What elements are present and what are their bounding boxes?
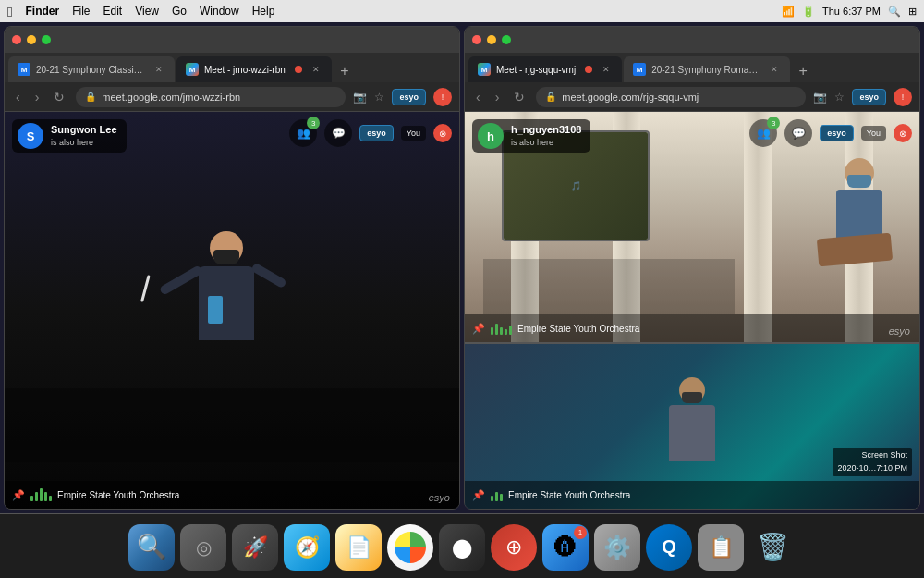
maximize-button-right[interactable] [502,35,511,44]
control-center-icon[interactable]: ⊞ [908,6,917,18]
dock-safari[interactable]: 🧭 [284,524,330,571]
help-menu[interactable]: Help [252,5,275,18]
app-store-icon: 🅐 [554,535,577,560]
battery-icon: 🔋 [802,6,815,18]
right-audio-bar-5 [509,326,512,335]
left-tab-2-close[interactable]: ✕ [310,63,322,76]
drummer-head [845,158,874,188]
notification-dot-left: ! [433,88,452,106]
new-tab-button-left[interactable]: + [334,60,356,82]
window-menu[interactable]: Window [200,5,239,18]
dock-launchpad[interactable]: 🚀 [232,524,278,571]
participants-count-left: 3 [307,117,320,129]
forward-button-right[interactable]: › [492,88,504,106]
right-org-name: Empire State Youth Orchestra [517,324,639,334]
file-menu[interactable]: File [72,5,90,18]
right-audio-bar-2 [495,324,498,335]
refresh-button-right[interactable]: ↻ [510,88,529,106]
dock-obs[interactable]: ⬤ [439,524,485,571]
launchpad-icon: 🚀 [243,535,268,560]
drummer-mask [847,175,871,188]
apple-menu[interactable]:  [7,4,12,19]
dock-siri[interactable]: ◎ [180,524,226,571]
dock-trash[interactable]: 🗑️ [749,524,796,571]
dock-finder[interactable]: 🔍 [128,524,175,571]
right-chat-btn[interactable]: 💬 [784,119,812,147]
bottom-org-name: Empire State Youth Orchestra [508,490,630,500]
trash-icon: 🗑️ [757,532,789,562]
right-tab-2-favicon: M [633,63,646,76]
edit-menu[interactable]: Edit [103,5,123,18]
close-button-right[interactable] [472,35,481,44]
dock-edge[interactable]: Q [646,524,692,571]
left-participants-btn[interactable]: 👥 3 [289,119,317,147]
right-address-bar: ‹ › ↻ 🔒 meet.google.com/rjg-sqqu-vmj 📷 ☆… [465,82,919,112]
left-chat-btn[interactable]: 💬 [324,119,352,147]
safari-icon: 🧭 [295,535,320,560]
left-tab-2[interactable]: M Meet - jmo-wzzi-rbn ✕ [176,56,332,82]
right-hud-user: h h_nguyen3108 is also here [472,119,590,153]
right-audio-bar-1 [491,327,493,335]
close-button[interactable] [12,35,21,44]
right-top-video: 🎵 h h_nguyen3108 is also here [465,112,919,342]
pin-icon-bottom: 📌 [472,489,485,501]
dock-app-store[interactable]: 🅐 1 [542,524,589,571]
chat-icon-right: 💬 [792,127,806,140]
dock-obs2[interactable]: ⊕ [491,524,537,571]
audio-bar-2 [35,492,38,501]
screenshot-line1: Screen Shot [837,449,907,462]
left-hud-controls: 👥 3 💬 esyo You ⊗ [289,119,452,147]
finder-menu[interactable]: Finder [25,5,59,18]
refresh-button-left[interactable]: ↻ [50,88,68,106]
screenshot-label: Screen Shot 2020-10…7:10 PM [833,448,912,476]
left-tab-1-close[interactable]: ✕ [152,63,165,76]
go-menu[interactable]: Go [172,5,187,18]
left-url-box[interactable]: 🔒 meet.google.com/jmo-wzzi-rbn [76,87,346,107]
minimize-button-right[interactable] [487,35,496,44]
left-url-text: meet.google.com/jmo-wzzi-rbn [102,92,240,103]
dock-quicklook[interactable]: 📋 [698,524,744,571]
right-tab-2[interactable]: M 20-21 Symphony Romantic ✕ [624,56,790,82]
audio-bars-bottom [491,488,503,501]
new-tab-button-right[interactable]: + [792,60,814,82]
right-tab-1[interactable]: M Meet - rjg-sqqu-vmj ✕ [468,56,622,82]
forward-button-left[interactable]: › [31,88,43,106]
left-avatar: S [18,123,43,149]
star-icon-left[interactable]: ☆ [374,91,384,104]
star-icon-right[interactable]: ☆ [834,91,845,104]
drummer-figure [836,158,882,254]
dock-notes[interactable]: 📄 [335,524,382,571]
dock-settings[interactable]: ⚙️ [594,524,640,571]
left-tab-1[interactable]: M 20-21 Symphony Classic… ✕ [8,56,175,82]
right-tab-1-close[interactable]: ✕ [600,63,613,76]
audience-bg [5,388,459,462]
ssl-icon-left: 🔒 [85,92,96,102]
camera-icon-right[interactable]: 📷 [813,91,827,104]
recording-indicator-right [585,66,592,73]
instrument-person [669,377,715,461]
conductor-figure [199,231,254,340]
right-tab-2-close[interactable]: ✕ [768,63,781,76]
camera-icon-left[interactable]: 📷 [353,91,367,104]
recording-indicator [295,66,302,73]
esyo-badge-left: esyo [392,89,426,105]
back-button-left[interactable]: ‹ [12,88,24,106]
right-video-area: 🎵 h h_nguyen3108 is also here [465,112,919,509]
finder-icon: 🔍 [137,533,166,561]
right-you-label: You [861,126,886,141]
baton [140,275,151,302]
participants-count-right: 3 [767,117,780,129]
right-url-box[interactable]: 🔒 meet.google.com/rjg-sqqu-vmj [536,87,806,107]
search-icon[interactable]: 🔍 [888,6,901,18]
right-hud-sub: is also here [511,137,581,149]
left-address-bar: ‹ › ↻ 🔒 meet.google.com/jmo-wzzi-rbn 📷 ☆… [5,82,459,112]
view-menu[interactable]: View [135,5,159,18]
left-tab-1-label: 20-21 Symphony Classic… [36,65,145,75]
right-participants-btn[interactable]: 👥 3 [749,119,777,147]
minimize-button[interactable] [27,35,36,44]
maximize-button[interactable] [42,35,51,44]
right-avatar: h [478,123,504,149]
back-button-right[interactable]: ‹ [472,88,484,106]
conductor-body [199,266,254,340]
dock-chrome[interactable] [387,524,433,571]
